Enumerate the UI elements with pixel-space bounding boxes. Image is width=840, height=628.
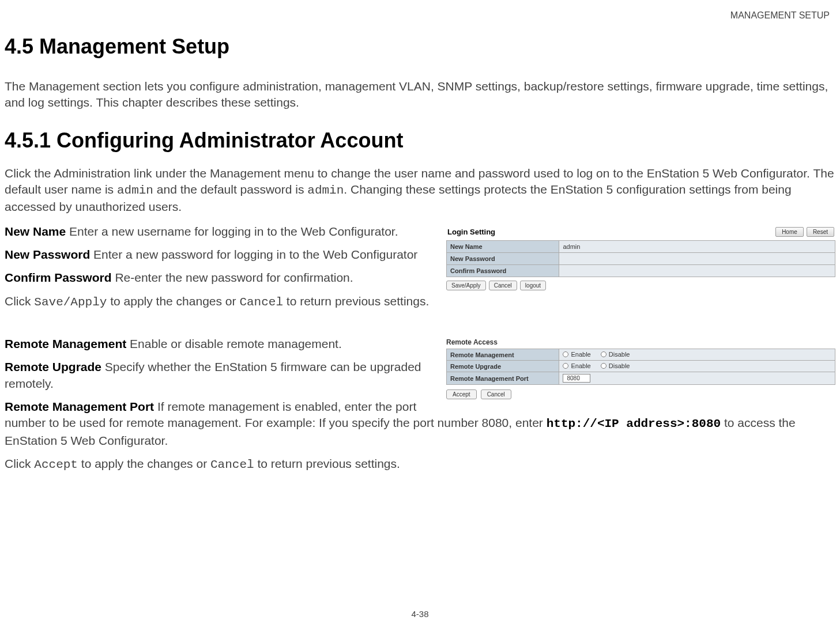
rm-desc: Enable or disable remote management. <box>126 337 342 350</box>
fig2-ru-disable-radio[interactable]: Disable <box>601 362 630 369</box>
ru-label: Remote Upgrade <box>5 360 101 373</box>
fig2-ru-enable-radio[interactable]: Enable <box>563 362 590 369</box>
accept-line-pre: Click <box>5 457 34 470</box>
admin-intro-code1: admin <box>117 184 153 197</box>
fig2-rm-enable-label: Enable <box>571 351 590 358</box>
fig2-rmp-label: Remote Management Port <box>447 372 559 385</box>
save-line-pre: Click <box>5 294 34 308</box>
page-number: 4-38 <box>0 609 840 619</box>
field-new-name-desc: Enter a new username for logging in to t… <box>66 225 398 238</box>
save-apply-line: Click Save/Apply to apply the changes or… <box>5 293 835 311</box>
table-row: New Password <box>447 252 835 264</box>
fig1-home-button[interactable]: Home <box>775 227 804 237</box>
fig2-rmp-input[interactable]: 8080 <box>563 374 590 383</box>
fig2-title: Remote Access <box>446 336 835 349</box>
figure-login-setting: Login Setting Home Reset New Name admin … <box>446 224 835 293</box>
table-row: Remote Management Enable Disable <box>447 349 835 361</box>
figure-remote-access: Remote Access Remote Management Enable D… <box>446 336 835 402</box>
fig1-confirm-password-value[interactable] <box>559 264 835 277</box>
intro-paragraph: The Management section lets you configur… <box>5 78 835 111</box>
save-line-mid: to apply the changes or <box>107 294 239 308</box>
fig1-new-password-value[interactable] <box>559 252 835 264</box>
fig1-new-password-label: New Password <box>447 252 559 264</box>
admin-intro-code2: admin <box>307 184 344 197</box>
fig1-logout-button[interactable]: logout <box>520 281 546 290</box>
fig2-rm-enable-radio[interactable]: Enable <box>563 351 590 358</box>
radio-icon <box>563 363 568 369</box>
heading-sub1: 4.5.1 Configuring Administrator Account <box>5 128 835 153</box>
fig1-cancel-button[interactable]: Cancel <box>489 281 517 290</box>
accept-line-post: to return previous settings. <box>254 457 400 470</box>
save-line-code2: Cancel <box>239 296 283 309</box>
fig2-ru-label: Remote Upgrade <box>447 361 559 372</box>
accept-line-mid: to apply the changes or <box>78 457 210 470</box>
fig2-rm-disable-label: Disable <box>609 351 630 358</box>
table-row: Remote Management Port 8080 <box>447 372 835 385</box>
fig2-rm-label: Remote Management <box>447 349 559 361</box>
field-new-name-label: New Name <box>5 225 66 238</box>
accept-line-code2: Cancel <box>210 458 254 471</box>
admin-intro-mid: and the default password is <box>153 183 307 196</box>
fig1-confirm-password-label: Confirm Password <box>447 264 559 277</box>
radio-icon <box>601 363 607 369</box>
radio-icon <box>601 351 607 357</box>
radio-icon <box>563 351 568 357</box>
accept-line-code1: Accept <box>34 458 78 471</box>
fig2-accept-button[interactable]: Accept <box>446 389 477 399</box>
fig2-ru-disable-label: Disable <box>609 362 630 369</box>
field-new-password-desc: Enter a new password for logging in to t… <box>90 248 417 261</box>
fig1-reset-button[interactable]: Reset <box>807 227 834 237</box>
fig1-save-button[interactable]: Save/Apply <box>446 281 486 290</box>
table-row: Remote Upgrade Enable Disable <box>447 361 835 372</box>
admin-intro: Click the Administration link under the … <box>5 165 835 215</box>
running-head: MANAGEMENT SETUP <box>730 10 830 21</box>
rmp-label: Remote Management Port <box>5 400 154 413</box>
field-remote-management-port: Remote Management Port If remote managem… <box>5 399 835 449</box>
table-row: New Name admin <box>447 240 835 252</box>
fig2-ru-options: Enable Disable <box>559 361 835 372</box>
fig2-rmp-value-cell: 8080 <box>559 372 835 385</box>
field-confirm-password-desc: Re-enter the new password for confirmati… <box>112 271 353 284</box>
fig2-ru-enable-label: Enable <box>571 362 590 369</box>
fig1-new-name-value[interactable]: admin <box>559 240 835 252</box>
fig2-rm-options: Enable Disable <box>559 349 835 361</box>
save-line-post: to return previous settings. <box>283 294 429 308</box>
fig2-cancel-button[interactable]: Cancel <box>481 389 511 399</box>
table-row: Confirm Password <box>447 264 835 277</box>
accept-line: Click Accept to apply the changes or Can… <box>5 456 835 473</box>
rmp-code: http://<IP address>:8080 <box>547 417 721 430</box>
save-line-code1: Save/Apply <box>34 296 107 309</box>
field-confirm-password-label: Confirm Password <box>5 271 112 284</box>
field-new-password-label: New Password <box>5 248 90 261</box>
rm-label: Remote Management <box>5 337 126 350</box>
fig1-new-name-label: New Name <box>447 240 559 252</box>
heading-main: 4.5 Management Setup <box>5 35 835 59</box>
fig1-title: Login Setting <box>447 228 495 236</box>
fig2-rm-disable-radio[interactable]: Disable <box>601 351 630 358</box>
